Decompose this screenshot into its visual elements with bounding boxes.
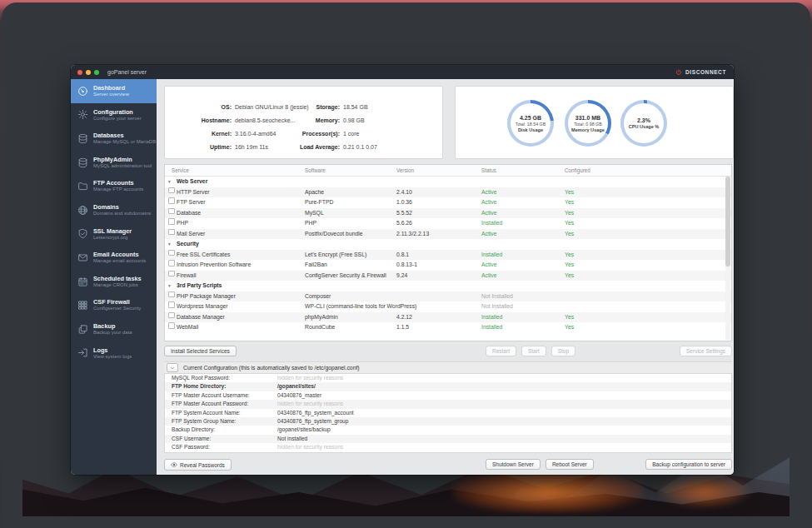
service-name: WebMail [177,322,198,333]
service-group-row-3rd-party-scripts[interactable]: ▾3rd Party Scripts [165,281,731,291]
sidebar-item-csf-firewall[interactable]: CSF FirewallConfigserver Security [71,293,157,317]
service-row-free-ssl-certificates[interactable]: Free SSL CertificatesLet's Encrypt (Free… [165,250,731,261]
info-label: Load Average: [290,144,340,150]
service-group-row-web-server[interactable]: ▾Web Server [165,177,731,187]
service-row-http-server[interactable]: HTTP ServerApache2.4.10ActiveYes [165,187,731,198]
sidebar-item-email-accounts[interactable]: Email AccountsManage email accounts [71,246,157,270]
expand-triangle-icon[interactable]: ▾ [168,281,171,291]
service-configured: Yes [565,260,574,271]
service-version: 2.4.10 [396,187,412,198]
service-software: Let's Encrypt (Free SSL) [305,250,366,261]
service-status: Not Installed [481,291,513,302]
zoom-window-button[interactable] [94,70,99,75]
backup-configuration-button[interactable]: Backup configuration to server [645,459,732,470]
info-value: debian8.5-seochecke... [235,117,295,123]
service-row-wordpress-manager[interactable]: Wordpress ManagerWP-CLI (command-line to… [165,301,731,312]
sidebar-item-domains[interactable]: DomainsDomains and subdomains [71,198,157,222]
service-software: PHP [305,218,316,229]
service-row-ftp-server[interactable]: FTP ServerPure-FTPD1.0.36ActiveYes [165,197,731,208]
sidebar-item-backup[interactable]: BackupBackup your data [71,317,157,341]
service-row-webmail[interactable]: WebMailRoundCube1.1.5InstalledYes [165,322,731,333]
gauge-value: 4.25 GB [520,115,541,121]
sidebar-items: DashboardServer overviewConfigurationCon… [71,79,157,365]
system-info-row: Uptime:16h 19m 11s [172,140,309,153]
start-button[interactable]: Start [521,346,546,356]
sidebar-item-text: SSL ManagerLetsencrypt.org [93,227,132,242]
install-selected-services-button[interactable]: Install Selected Services [164,346,237,356]
service-row-mail-server[interactable]: Mail ServerPostfix/Dovecot bundle2.11.3/… [165,229,731,240]
service-version: 5.5.52 [396,208,412,219]
service-row-php-package-manager[interactable]: PHP Package ManagerComposerNot Installed [165,291,731,302]
service-checkbox[interactable] [168,250,175,257]
config-value: 04340876_ftp_system_group [277,417,348,426]
database-icon [77,157,89,169]
service-row-database-manager[interactable]: Database ManagerphpMyAdmin4.2.12Installe… [165,312,731,323]
sidebar-item-label: SSL Manager [93,227,132,235]
service-checkbox[interactable] [168,260,175,266]
service-software: phpMyAdmin [305,312,338,323]
system-info-row: Memory:0.98 GB [290,113,377,127]
service-status: Active [481,260,497,271]
restart-button[interactable]: Restart [486,346,516,356]
scrollbar-track [725,177,730,340]
sidebar-item-sublabel: Manage CRON jobs [93,282,142,289]
minimize-window-button[interactable] [86,70,91,75]
gear-icon [77,108,89,121]
service-checkbox[interactable] [168,208,175,215]
service-checkbox[interactable] [168,229,175,236]
stop-button[interactable]: Stop [551,346,575,356]
service-version: 4.2.12 [396,312,412,323]
main-content: OS:Debian GNU/Linux 8 (jessie)Hostname:d… [157,79,734,475]
service-row-intrusion-prevention-software[interactable]: Intrusion Prevention SoftwareFail2Ban0.8… [165,260,731,271]
window-title: goPanel server [107,69,147,75]
service-checkbox[interactable] [168,322,175,329]
shutdown-server-button[interactable]: Shutdown Server [486,459,541,470]
info-label: OS: [172,104,232,110]
eye-icon [171,461,177,468]
service-checkbox[interactable] [168,301,175,308]
service-checkbox[interactable] [168,291,175,298]
calendar-icon [77,276,89,288]
sidebar-item-phpmyadmin[interactable]: PhpMyAdminMySQL administration tool [71,151,157,175]
service-checkbox[interactable] [168,218,175,225]
service-row-database[interactable]: DatabaseMySQL5.5.52ActiveYes [165,208,731,219]
disconnect-button[interactable]: DISCONNECT [675,69,726,76]
config-row-csf-password: CSF Password:hidden for security reasons [165,443,731,451]
collapse-configuration-button[interactable] [167,363,178,372]
sidebar-item-logs[interactable]: LogsView system logs [71,341,157,366]
sidebar-item-label: FTP Accounts [93,179,143,187]
service-configured: Yes [565,229,574,240]
config-row-ftp-home-directory: FTP Home Directory:/gopanel/sites/ [165,382,731,391]
service-group-row-security[interactable]: ▾Security [165,239,731,250]
system-info-left-column: OS:Debian GNU/Linux 8 (jessie)Hostname:d… [172,100,309,153]
sidebar-item-text: FTP AccountsManage FTP accounts [93,179,143,193]
sidebar-item-ssl-manager[interactable]: SSL ManagerLetsencrypt.org [71,222,157,247]
reboot-server-button[interactable]: Reboot Server [545,459,594,470]
config-label: FTP Home Directory: [172,382,226,391]
service-checkbox[interactable] [168,197,175,204]
service-checkbox[interactable] [168,187,175,194]
grid-icon [77,299,89,311]
sidebar-item-configuration[interactable]: ConfigurationConfigure your server [71,103,157,127]
service-checkbox[interactable] [168,271,175,277]
service-row-php[interactable]: PHPPHP5.6.26InstalledYes [165,218,731,229]
close-window-button[interactable] [77,70,82,75]
sidebar-item-ftp-accounts[interactable]: FTP AccountsManage FTP accounts [71,174,157,198]
service-software: Apache [305,187,324,198]
gauge-total: Total: 18.54 GB [516,122,546,127]
service-settings-button[interactable]: Service Settings [680,346,732,356]
scrollbar-thumb[interactable] [725,177,730,266]
expand-triangle-icon[interactable]: ▾ [168,239,171,250]
sidebar-item-dashboard[interactable]: DashboardServer overview [71,79,157,103]
service-row-firewall[interactable]: FirewallConfigServer Security & Firewall… [165,271,731,281]
sidebar-item-text: Scheduled tasksManage CRON jobs [93,275,142,289]
service-checkbox[interactable] [168,312,175,319]
window-titlebar: goPanel server DISCONNECT [71,65,734,79]
sidebar-item-scheduled-tasks[interactable]: Scheduled tasksManage CRON jobs [71,270,157,294]
service-name: Intrusion Prevention Software [177,260,251,271]
reveal-passwords-button[interactable]: Reveal Passwords [164,459,232,471]
sidebar-item-databases[interactable]: DatabasesManage MySQL or MariaDB [71,127,157,151]
expand-triangle-icon[interactable]: ▾ [168,177,171,187]
sidebar-item-label: Scheduled tasks [93,275,142,282]
shield-icon [77,227,89,240]
